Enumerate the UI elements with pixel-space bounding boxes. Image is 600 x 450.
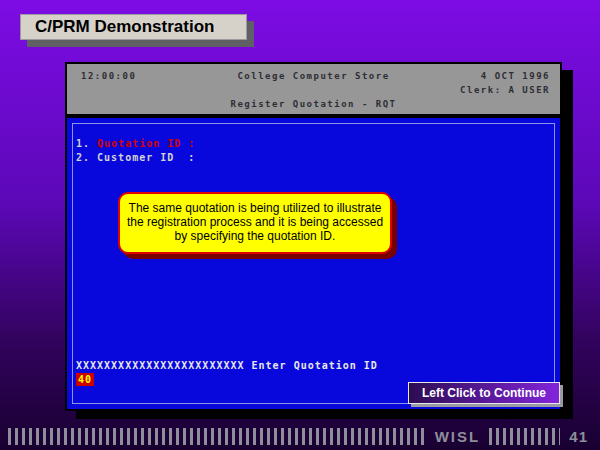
quotation-id-input[interactable]: 40	[76, 373, 94, 386]
field-number: 2.	[76, 152, 97, 163]
screen-title: Register Quotation - RQT	[67, 99, 560, 109]
slide-title-box: C/PRM Demonstration	[20, 14, 247, 40]
barcode-decoration-right	[489, 428, 560, 445]
field-customer-id: 2. Customer ID :	[76, 152, 195, 163]
clerk-name: Clerk: A USER	[460, 85, 550, 95]
barcode-decoration-left	[8, 428, 426, 445]
field-number: 1.	[76, 138, 97, 149]
page-number: 41	[569, 428, 588, 445]
prompt-line: XXXXXXXXXXXXXXXXXXXXXXXX Enter Quotation…	[76, 360, 378, 371]
field-label: Quotation ID :	[97, 138, 195, 149]
field-quotation-id: 1. Quotation ID :	[76, 138, 195, 149]
terminal-window: 12:00:00 College Computer Store 4 OCT 19…	[65, 62, 562, 411]
terminal-header: 12:00:00 College Computer Store 4 OCT 19…	[65, 62, 562, 116]
slide: C/PRM Demonstration 12:00:00 College Com…	[0, 0, 600, 450]
footer-bar: WISL 41	[8, 427, 588, 445]
date: 4 OCT 1996	[481, 71, 550, 81]
footer-brand: WISL	[435, 428, 481, 445]
field-label: Customer ID :	[97, 152, 195, 163]
continue-button[interactable]: Left Click to Continue	[408, 382, 560, 404]
annotation-callout: The same quotation is being utilized to …	[118, 192, 392, 254]
continue-button-label: Left Click to Continue	[422, 386, 546, 400]
terminal-screen: 1. Quotation ID : 2. Customer ID : The s…	[65, 116, 562, 411]
callout-text: The same quotation is being utilized to …	[127, 201, 383, 243]
slide-title: C/PRM Demonstration	[35, 17, 214, 37]
